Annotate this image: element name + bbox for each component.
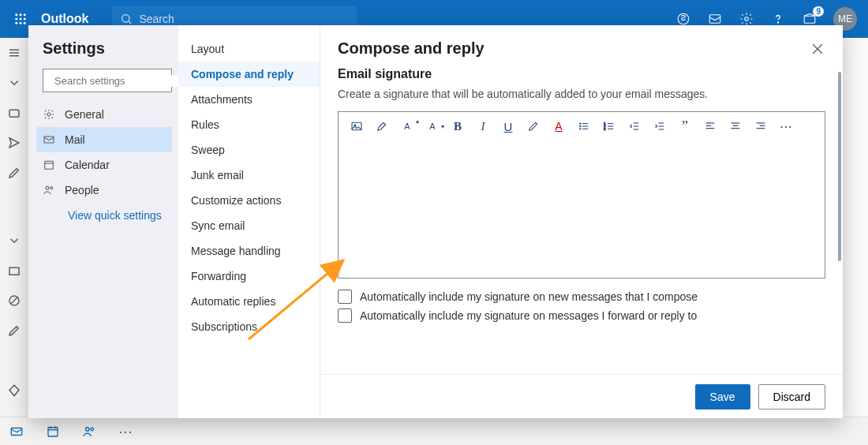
outdent-icon[interactable] [627,119,642,133]
submenu-sync-email[interactable]: Sync email [178,213,320,238]
svg-point-3 [15,18,17,21]
settings-gear-icon[interactable] [739,11,754,27]
settings-submenu: Layout Compose and reply Attachments Rul… [178,25,320,418]
align-right-icon[interactable] [754,119,768,133]
help-icon[interactable] [770,11,786,27]
panel-footer: Save Discard [320,374,843,418]
panel-title: Compose and reply [338,39,485,58]
edit2-rail-icon[interactable] [7,323,21,338]
editor-toolbar: A▴ A▾ B I U A 123 ” ⋯ [339,112,825,140]
submenu-message-handling[interactable]: Message handling [178,238,320,264]
svg-point-1 [20,13,22,16]
submenu-automatic-replies[interactable]: Automatic replies [178,289,320,314]
svg-line-22 [11,297,18,305]
nav-label: Mail [65,133,85,146]
italic-icon[interactable]: I [476,119,490,133]
highlighter-icon[interactable] [375,119,389,133]
more-modules-icon[interactable]: ⋯ [118,423,133,440]
submenu-compose-and-reply[interactable]: Compose and reply [178,62,320,87]
checkbox-label: Automatically include my signature on me… [360,309,697,322]
svg-rect-12 [709,15,720,24]
inbox-rail-icon[interactable] [7,106,21,120]
calendar-module-icon[interactable] [46,424,60,439]
notifications-icon[interactable]: 9 [802,11,817,27]
people-module-icon[interactable] [82,424,96,439]
search-icon [120,13,133,25]
svg-point-42 [580,123,581,124]
settings-search-input[interactable] [54,75,187,87]
left-rail [0,38,28,417]
submenu-rules[interactable]: Rules [178,112,320,137]
align-left-icon[interactable] [703,119,717,133]
skype-icon[interactable] [675,11,691,27]
panel-header: Compose and reply [320,25,843,67]
nav-label: Calendar [65,159,110,171]
close-icon[interactable] [810,41,825,57]
scrollbar[interactable] [838,72,841,261]
align-center-icon[interactable] [728,119,743,133]
submenu-forwarding[interactable]: Forwarding [178,264,320,289]
svg-point-8 [24,22,26,24]
send-rail-icon[interactable] [7,136,21,150]
font-size-up-icon[interactable]: A▴ [400,119,414,133]
section-title: Email signature [338,67,825,81]
archive-rail-icon[interactable] [7,264,21,278]
font-color-icon[interactable]: A [552,119,566,133]
svg-line-10 [129,21,131,24]
include-on-reply-checkbox[interactable] [338,309,352,323]
bold-icon[interactable]: B [451,119,465,133]
global-search-input[interactable] [139,13,349,25]
save-button[interactable]: Save [695,384,750,409]
number-list-icon[interactable]: 123 [602,119,616,133]
settings-search[interactable] [43,69,172,92]
include-on-new-checkbox[interactable] [338,290,352,304]
settings-nav: Settings General Mail Calendar People Vi… [28,25,178,418]
bullet-list-icon[interactable] [577,119,591,133]
discard-button[interactable]: Discard [758,384,825,409]
chevron-down-icon[interactable] [7,234,21,248]
insert-image-icon[interactable] [350,119,364,133]
quote-icon[interactable]: ” [678,119,692,133]
settings-nav-calendar[interactable]: Calendar [36,152,172,178]
settings-panel: Compose and reply Email signature Create… [320,25,843,418]
view-quick-settings-link[interactable]: View quick settings [68,209,172,222]
svg-point-29 [91,428,94,431]
checkbox-label: Automatically include my signature on ne… [360,290,698,303]
svg-rect-34 [45,161,54,169]
svg-point-7 [20,22,22,24]
settings-nav-mail[interactable]: Mail [36,127,172,152]
more-toolbar-icon[interactable]: ⋯ [779,119,793,133]
settings-nav-people[interactable]: People [36,178,172,203]
submenu-customize-actions[interactable]: Customize actions [178,188,320,213]
edit-rail-icon[interactable] [7,166,21,180]
svg-rect-33 [44,136,54,143]
indent-icon[interactable] [653,119,667,133]
pen-icon[interactable] [526,119,541,133]
mail-module-icon[interactable] [9,424,24,439]
settings-dialog: Settings General Mail Calendar People Vi… [28,25,843,418]
signature-textarea[interactable] [339,140,825,278]
svg-rect-24 [48,427,58,436]
font-size-down-icon[interactable]: A▾ [425,119,440,133]
underline-icon[interactable]: U [501,119,515,133]
menu-icon[interactable] [7,46,21,60]
panel-body: Email signature Create a signature that … [320,67,843,374]
block-rail-icon[interactable] [7,294,21,308]
submenu-sweep[interactable]: Sweep [178,137,320,163]
diamond-rail-icon[interactable] [7,383,21,398]
gear-icon [43,108,55,121]
inbox-action-icon[interactable] [707,11,723,27]
svg-point-36 [46,186,49,189]
submenu-junk-email[interactable]: Junk email [178,163,320,188]
submenu-attachments[interactable]: Attachments [178,87,320,112]
submenu-layout[interactable]: Layout [178,36,320,62]
svg-point-6 [15,22,17,24]
chevron-down-icon[interactable] [7,76,21,90]
svg-point-0 [15,13,17,16]
nav-label: General [65,108,104,121]
include-on-reply-row: Automatically include my signature on me… [338,309,825,323]
settings-title: Settings [43,39,172,58]
submenu-subscriptions[interactable]: Subscriptions [178,314,320,339]
module-switcher: ⋯ [0,417,868,445]
settings-nav-general[interactable]: General [36,102,172,127]
